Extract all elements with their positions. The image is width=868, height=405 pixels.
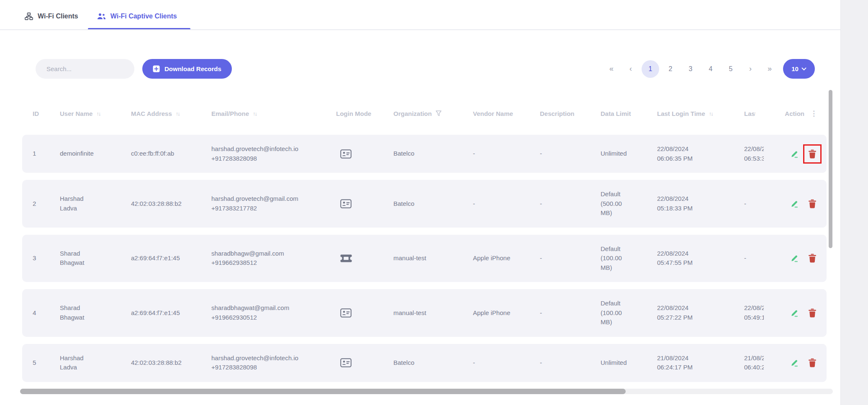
table-row: 3 Sharad Bhagwat a2:69:64:f7:e1:45 shara…	[22, 235, 827, 282]
cell-vendor-name: -	[473, 358, 540, 368]
cell-vendor-name: Apple iPhone	[473, 254, 540, 263]
cell-mac-address: c0:ee:fb:ff:0f:ab	[131, 149, 211, 159]
cell-mac-address: a2:69:64:f7:e1:45	[131, 308, 211, 318]
cell-last-login-time: 21/08/2024 06:24:17 PM	[657, 354, 744, 372]
cell-user-name: Harshad Ladva	[60, 194, 131, 213]
cell-description: -	[540, 308, 601, 318]
sort-icon[interactable]: ↑↓	[96, 110, 100, 117]
edit-button[interactable]	[791, 309, 799, 317]
page-number-button[interactable]: 1	[642, 60, 659, 78]
delete-button[interactable]	[808, 308, 817, 318]
page-number-button[interactable]: 4	[702, 60, 719, 78]
cell-login-mode	[336, 358, 393, 367]
cell-mac-address: 42:02:03:28:88:b2	[131, 199, 211, 209]
phone-value: +917383217782	[211, 204, 330, 213]
column-header[interactable]: Vendor Name	[473, 110, 540, 117]
next-page-button[interactable]: ›	[742, 64, 759, 73]
cell-vendor-name: Apple iPhone	[473, 308, 540, 318]
column-header[interactable]: User Name ↑↓	[60, 110, 131, 117]
cell-id: 5	[33, 358, 60, 368]
cell-vendor-name: -	[473, 149, 540, 159]
cell-user-name: Harshad Ladva	[60, 354, 131, 372]
column-header-label: Last Login Time	[657, 110, 705, 117]
page-number-button[interactable]: 5	[722, 60, 740, 78]
cell-last-login-time: 22/08/2024 05:47:55 PM	[657, 249, 744, 268]
tab-label: Wi-Fi Captive Clients	[110, 13, 177, 20]
sitemap-icon	[25, 13, 33, 20]
cell-description: -	[540, 358, 601, 368]
row-actions	[764, 235, 827, 282]
page-size-value: 10	[791, 65, 799, 72]
cell-mac-address: 42:02:03:28:88:b2	[131, 358, 211, 368]
cell-id: 4	[33, 308, 60, 318]
sort-icon[interactable]: ↑↓	[253, 110, 257, 117]
page-number-button[interactable]: 2	[662, 60, 679, 78]
tab-label: Wi-Fi Clients	[38, 13, 78, 20]
page-size-dropdown[interactable]: 10	[783, 59, 815, 79]
edit-button[interactable]	[791, 200, 799, 208]
delete-button[interactable]	[808, 199, 817, 208]
cell-last-login-time: 22/08/2024 06:06:35 PM	[657, 144, 744, 163]
horizontal-scrollbar-thumb[interactable]	[20, 389, 626, 394]
plus-square-icon	[153, 65, 160, 72]
email-value: harshad.grovetech@gmail.com	[211, 194, 330, 204]
column-menu-icon[interactable]: ⋮	[810, 109, 817, 118]
column-header[interactable]: Last Login Time ↑↓	[657, 110, 744, 117]
delete-button[interactable]	[808, 254, 817, 263]
cell-organization: manual-test	[393, 254, 473, 263]
cell-id: 1	[33, 149, 60, 159]
page-number-button[interactable]: 3	[682, 60, 699, 78]
id-card-icon	[340, 308, 352, 318]
cell-organization: Batelco	[393, 149, 473, 159]
cell-organization: Batelco	[393, 358, 473, 368]
filter-icon[interactable]	[436, 110, 442, 116]
cell-id: 2	[33, 199, 60, 209]
column-header-label: Login Mode	[336, 110, 371, 117]
cell-login-mode	[336, 254, 393, 263]
column-header[interactable]: Login Mode	[336, 110, 393, 117]
column-header[interactable]: Email/Phone ↑↓	[211, 110, 336, 117]
first-page-button[interactable]: «	[603, 64, 620, 73]
edit-button[interactable]	[791, 150, 799, 158]
column-header[interactable]: Data Limit	[601, 110, 657, 117]
tab-wifi-clients[interactable]: Wi-Fi Clients	[25, 13, 78, 20]
prev-page-button[interactable]: ‹	[622, 64, 639, 73]
cell-user-name: Sharad Bhagwat	[60, 249, 131, 268]
action-header-label: Action	[785, 110, 804, 117]
cell-login-mode	[336, 149, 393, 159]
id-card-icon	[340, 149, 352, 159]
cell-last-login-time: 22/08/2024 05:18:33 PM	[657, 194, 744, 213]
cell-email-phone: harshad.grovetech@infotech.io +917283828…	[211, 354, 336, 372]
column-header[interactable]: MAC Address ↑↓	[131, 110, 211, 117]
download-records-label: Download Records	[164, 65, 221, 72]
search-input[interactable]	[36, 65, 134, 72]
sort-icon[interactable]: ↑↓	[176, 110, 180, 117]
last-page-button[interactable]: »	[761, 64, 778, 73]
edit-button[interactable]	[791, 359, 799, 367]
cell-mac-address: a2:69:64:f7:e1:45	[131, 254, 211, 263]
delete-button[interactable]	[808, 358, 817, 367]
id-card-icon	[340, 358, 352, 367]
column-header[interactable]: Organization	[393, 110, 473, 117]
cell-data-limit: Default (500.00 MB)	[601, 190, 657, 218]
column-header[interactable]: ID	[33, 110, 60, 117]
cell-data-limit: Default (100.00 MB)	[601, 244, 657, 273]
row-actions	[764, 135, 827, 173]
cell-description: -	[540, 149, 601, 159]
chevron-down-icon	[801, 67, 806, 71]
page-background-strip	[840, 0, 868, 405]
sort-icon[interactable]: ↑↓	[709, 110, 713, 117]
vertical-scrollbar[interactable]	[829, 90, 832, 248]
phone-value: +917283828098	[211, 154, 330, 164]
cell-vendor-name: -	[473, 199, 540, 209]
download-records-button[interactable]: Download Records	[142, 59, 232, 79]
column-header[interactable]: Description	[540, 110, 601, 117]
search-box	[36, 59, 134, 79]
cell-email-phone: sharadbhagwat@gmail.com +919662930512	[211, 303, 336, 322]
table-row: 4 Sharad Bhagwat a2:69:64:f7:e1:45 shara…	[22, 289, 827, 337]
tab-wifi-captive-clients[interactable]: Wi-Fi Captive Clients	[97, 13, 177, 20]
id-card-icon	[340, 199, 352, 208]
cell-email-phone: harshad.grovetech@gmail.com +91738321778…	[211, 194, 336, 213]
edit-button[interactable]	[791, 254, 799, 262]
delete-button[interactable]	[808, 149, 817, 159]
